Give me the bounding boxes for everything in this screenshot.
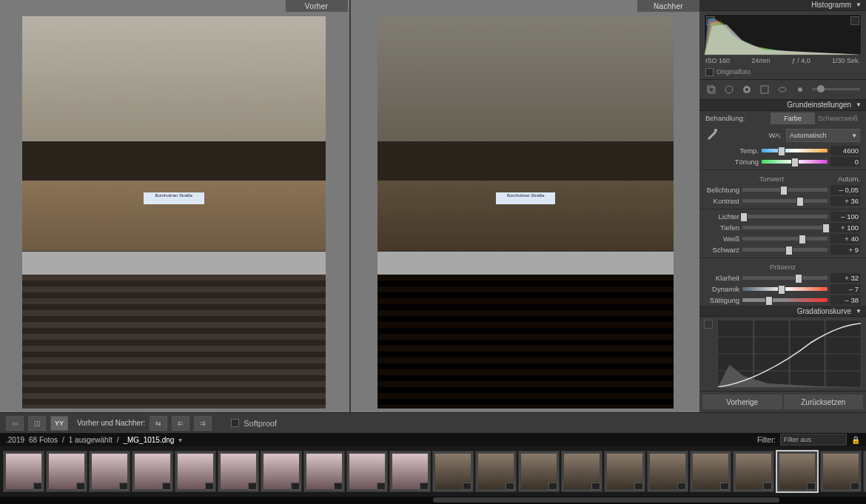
tint-slider[interactable] — [762, 160, 828, 164]
highlights-value[interactable]: – 100 — [830, 212, 860, 221]
thumbnail[interactable] — [175, 451, 216, 492]
thumbnail[interactable] — [518, 451, 560, 492]
thumbnail[interactable] — [820, 451, 862, 492]
brush-tool-icon[interactable] — [794, 84, 806, 95]
view-loupe-button[interactable]: ▭ — [6, 416, 24, 431]
temp-slider[interactable] — [762, 149, 828, 152]
softproof-checkbox[interactable] — [231, 419, 239, 427]
after-pane: Nachher Bornholmer Straße — [352, 0, 700, 412]
treatment-color-button[interactable]: Farbe — [771, 112, 815, 124]
thumbnail[interactable] — [733, 451, 774, 492]
contrast-label: Kontrast — [699, 197, 739, 205]
after-label: Nachher — [637, 0, 699, 12]
temp-value[interactable]: 4600 — [830, 146, 860, 155]
whites-label: Weiß — [699, 235, 739, 243]
vibrance-value[interactable]: – 7 — [830, 284, 860, 294]
tone-auto-button[interactable]: Autom. — [838, 175, 860, 183]
adjust-tools — [699, 80, 866, 100]
curve-title: Gradationskurve — [797, 307, 851, 315]
view-compare-button[interactable]: ◫ — [28, 416, 46, 431]
clarity-slider[interactable] — [742, 276, 828, 280]
crop-tool-icon[interactable] — [705, 84, 717, 95]
info-bar: .2019 68 Fotos/ 1 ausgewählt/ _MG_1015.d… — [0, 433, 866, 446]
contrast-value[interactable]: + 36 — [830, 196, 860, 206]
spot-tool-icon[interactable] — [723, 84, 735, 95]
thumbnail[interactable] — [218, 451, 259, 492]
thumbnail[interactable] — [261, 451, 302, 492]
tint-value[interactable]: 0 — [830, 157, 860, 167]
curve-header[interactable]: Gradationskurve▼ — [699, 306, 866, 317]
treatment-bw-button[interactable]: Schwarzweiß — [816, 112, 860, 124]
filmstrip[interactable] — [0, 446, 866, 497]
after-photo[interactable]: Bornholmer Straße — [377, 16, 674, 409]
clarity-value[interactable]: + 32 — [830, 273, 860, 283]
curve-point-toggle[interactable] — [704, 320, 713, 329]
info-count: 68 Fotos — [29, 436, 58, 444]
filmstrip-scrollbar[interactable] — [0, 497, 866, 504]
radial-tool-icon[interactable] — [776, 84, 788, 95]
reset-button[interactable]: Zurücksetzen — [784, 394, 864, 409]
view-before-after-button[interactable]: YY — [50, 416, 68, 431]
filter-lock-icon[interactable]: 🔒 — [851, 436, 860, 444]
wb-label: WA: — [768, 131, 782, 139]
basic-header[interactable]: Grundeinstellungen▼ — [699, 100, 866, 111]
thumbnail[interactable] — [303, 451, 345, 492]
tone-curve[interactable] — [717, 320, 862, 388]
thumbnail[interactable] — [776, 450, 819, 493]
svg-point-4 — [745, 88, 748, 91]
original-checkbox[interactable] — [705, 68, 714, 76]
shadows-slider[interactable] — [742, 226, 828, 229]
redeye-tool-icon[interactable] — [741, 84, 753, 95]
swap-button[interactable]: ⇆ — [150, 416, 167, 431]
treatment-label: Behandlung: — [705, 114, 745, 122]
highlights-slider[interactable] — [742, 215, 828, 218]
thumbnail[interactable] — [863, 451, 866, 492]
blacks-slider[interactable] — [742, 248, 828, 252]
grad-tool-icon[interactable] — [759, 84, 771, 95]
filter-label: Filter: — [757, 436, 776, 444]
histogram-header[interactable]: Histogramm▼ — [699, 0, 866, 11]
whites-slider[interactable] — [742, 237, 828, 241]
histogram[interactable] — [704, 14, 862, 56]
previous-button[interactable]: Vorherige — [702, 394, 782, 409]
thumbnail[interactable] — [389, 451, 431, 492]
thumbnail[interactable] — [690, 451, 731, 492]
softproof-label: Softproof — [244, 419, 277, 428]
blacks-value[interactable]: + 9 — [830, 245, 860, 255]
contrast-slider[interactable] — [742, 199, 828, 203]
before-photo[interactable]: Bornholmer Straße — [22, 16, 326, 409]
thumbnail[interactable] — [647, 451, 688, 492]
thumbnail[interactable] — [561, 451, 602, 492]
thumbnail[interactable] — [89, 451, 130, 492]
wb-dropdown[interactable]: Automatisch▾ — [786, 129, 860, 142]
photo-sign: Bornholmer Straße — [144, 192, 204, 204]
temp-label: Temp. — [719, 147, 759, 155]
saturation-value[interactable]: – 38 — [830, 295, 860, 305]
svg-rect-1 — [709, 87, 715, 93]
vibrance-slider[interactable] — [742, 287, 828, 291]
thumbnail[interactable] — [432, 451, 474, 492]
thumbnail[interactable] — [132, 451, 173, 492]
thumbnail[interactable] — [3, 451, 44, 492]
shadows-label: Tiefen — [699, 224, 739, 232]
thumbnail[interactable] — [604, 451, 645, 492]
wb-picker-icon[interactable] — [705, 127, 719, 141]
exposure-slider[interactable] — [742, 188, 828, 192]
histogram-title: Histogramm — [811, 1, 851, 9]
exposure-value[interactable]: – 0,05 — [830, 185, 860, 195]
thumbnail[interactable] — [346, 451, 388, 492]
thumbnail[interactable] — [475, 451, 517, 492]
vibrance-label: Dynamik — [699, 285, 739, 293]
thumbnail[interactable] — [46, 451, 87, 492]
mask-slider[interactable] — [812, 88, 860, 90]
shadows-value[interactable]: + 100 — [830, 223, 860, 232]
copy-before-button[interactable]: ⇇ — [172, 416, 189, 431]
compare-area: Vorher Bornholmer Straße Nachher Bornhol… — [0, 0, 699, 412]
filter-dropdown[interactable]: Filter aus — [780, 434, 847, 446]
tone-header: Tonwert — [759, 175, 784, 183]
saturation-slider[interactable] — [742, 298, 828, 302]
copy-after-button[interactable]: ⇉ — [194, 416, 212, 431]
whites-value[interactable]: + 40 — [830, 234, 860, 243]
info-date: .2019 — [6, 436, 24, 444]
clarity-label: Klarheit — [699, 274, 739, 282]
